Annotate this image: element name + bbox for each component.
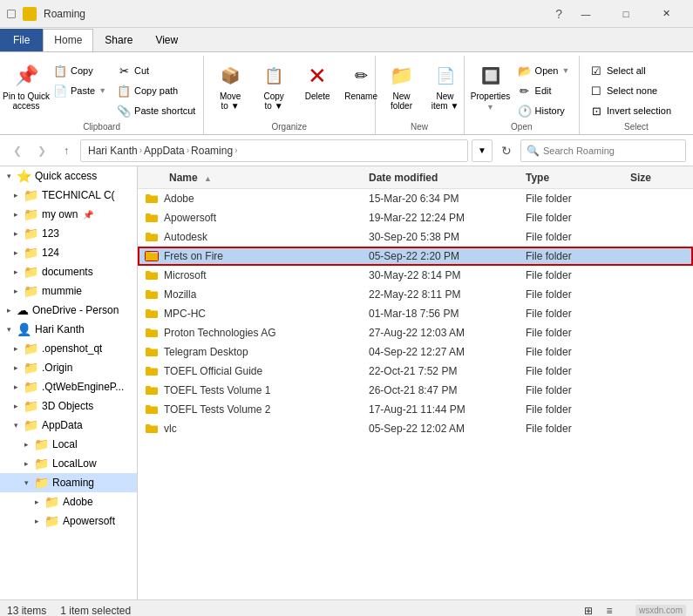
table-row[interactable]: TOEFL Tests Volume 126-Oct-21 8:47 PMFil…	[138, 381, 693, 400]
table-row[interactable]: vlc05-Sep-22 12:02 AMFile folder	[138, 419, 693, 438]
file-type-5: File folder	[519, 288, 623, 301]
tab-file[interactable]: File	[0, 29, 43, 51]
col-name-header[interactable]: Name ▲	[138, 172, 362, 184]
table-row[interactable]: Frets on Fire05-Sep-22 2:20 PMFile folde…	[138, 247, 693, 266]
sidebar-item-technical[interactable]: ▸📁TECHNICAL C(	[0, 186, 137, 205]
file-type-1: File folder	[519, 212, 623, 224]
file-name-text-5: Mozilla	[164, 288, 196, 301]
up-button[interactable]: ↑	[56, 140, 77, 161]
table-row[interactable]: Telegram Desktop04-Sep-22 12:27 AMFile f…	[138, 342, 693, 362]
copy-button[interactable]: 📋 Copy	[49, 61, 111, 80]
sidebar-item-124[interactable]: ▸📁124	[0, 243, 137, 262]
table-row[interactable]: Microsoft30-May-22 8:14 PMFile folder	[138, 266, 693, 285]
back-button[interactable]: ❮	[7, 140, 28, 161]
title-bar: Roaming ? — □ ✕	[0, 0, 693, 28]
sidebar-item-openshotqt[interactable]: ▸📁.openshot_qt	[0, 339, 137, 358]
large-icons-view-button[interactable]: ⊞	[580, 602, 597, 617]
paste-shortcut-button[interactable]: 📎 Paste shortcut	[112, 101, 200, 120]
minimize-button[interactable]: —	[566, 0, 606, 28]
sidebar-label-onedrive: OneDrive - Person	[32, 304, 119, 316]
sidebar-item-onedrive[interactable]: ▸☁OneDrive - Person	[0, 301, 137, 320]
sidebar-item-locallow[interactable]: ▸📁LocalLow	[0, 454, 137, 473]
paste-shortcut-icon: 📎	[117, 104, 131, 118]
sidebar-item-origin[interactable]: ▸📁.Origin	[0, 358, 137, 377]
open-button[interactable]: 📂 Open ▼	[513, 61, 574, 80]
cut-button[interactable]: ✂ Cut	[112, 61, 200, 80]
file-name-text-10: TOEFL Tests Volume 1	[164, 384, 271, 396]
copy-to-button[interactable]: 📋 Copyto ▼	[253, 58, 295, 115]
refresh-button[interactable]: ↻	[496, 140, 517, 161]
sidebar-item-quick-access[interactable]: ▾⭐Quick access	[0, 166, 137, 186]
maximize-button[interactable]: □	[606, 0, 646, 28]
table-row[interactable]: MPC-HC01-Mar-18 7:56 PMFile folder	[138, 304, 693, 323]
table-row[interactable]: Mozilla22-May-22 8:11 PMFile folder	[138, 285, 693, 304]
tab-view[interactable]: View	[144, 29, 189, 51]
folder-icon-0	[145, 192, 159, 206]
sidebar-item-123[interactable]: ▸📁123	[0, 224, 137, 243]
sidebar-item-local[interactable]: ▸📁Local	[0, 435, 137, 454]
pin-to-quick-access-button[interactable]: 📌 Pin to Quickaccess	[5, 58, 47, 115]
path-part-roaming[interactable]: Roaming	[191, 145, 233, 157]
expand-arrow-technical: ▸	[14, 191, 18, 200]
file-name-cell-0: Adobe	[138, 192, 362, 206]
select-none-button[interactable]: ☐ Select none	[585, 81, 688, 100]
copy-path-button[interactable]: 📋 Copy path	[112, 81, 200, 100]
tab-share[interactable]: Share	[93, 29, 144, 51]
help-icon[interactable]: ?	[552, 7, 566, 21]
search-input[interactable]	[543, 146, 680, 156]
delete-button[interactable]: ✕ Delete	[296, 58, 338, 105]
table-row[interactable]: TOEFL Tests Volume 217-Aug-21 11:44 PMFi…	[138, 400, 693, 419]
table-row[interactable]: Adobe15-Mar-20 6:34 PMFile folder	[138, 189, 693, 208]
move-to-icon: 📦	[216, 62, 244, 90]
sidebar-icon-appdata: 📁	[24, 418, 38, 432]
file-type-2: File folder	[519, 231, 623, 243]
sidebar-item-myown[interactable]: ▸📁my own📌	[0, 205, 137, 224]
clipboard-group: 📌 Pin to Quickaccess 📋 Copy 📄 Paste ▼ ✂	[0, 56, 204, 134]
folder-icon-6	[145, 307, 159, 321]
history-button[interactable]: 🕐 History	[513, 101, 574, 120]
sidebar-item-qtwebengine[interactable]: ▸📁.QtWebEngineP...	[0, 377, 137, 396]
move-to-button[interactable]: 📦 Moveto ▼	[209, 58, 251, 115]
table-row[interactable]: TOEFL Official Guide22-Oct-21 7:52 PMFil…	[138, 362, 693, 381]
address-dropdown-button[interactable]: ▼	[472, 139, 493, 162]
delete-label: Delete	[305, 91, 330, 101]
file-type-3: File folder	[519, 250, 623, 262]
sidebar-label-openshotqt: .openshot_qt	[42, 342, 102, 355]
search-box[interactable]: 🔍	[520, 139, 686, 162]
sidebar-label-local: Local	[52, 438, 78, 450]
new-folder-label: Newfolder	[391, 91, 412, 111]
new-item-button[interactable]: 📄 Newitem ▼	[425, 58, 466, 115]
sidebar-item-documents[interactable]: ▸📁documents	[0, 262, 137, 281]
table-row[interactable]: Proton Technologies AG27-Aug-22 12:03 AM…	[138, 323, 693, 342]
invert-selection-button[interactable]: ⊡ Invert selection	[585, 101, 688, 120]
sidebar-item-mummie[interactable]: ▸📁mummie	[0, 281, 137, 301]
path-part-appdata[interactable]: AppData	[144, 145, 185, 157]
address-path[interactable]: Hari Kanth › AppData › Roaming ›	[80, 139, 468, 162]
file-type-11: File folder	[519, 403, 623, 416]
col-type-header[interactable]: Type	[519, 172, 623, 184]
close-button[interactable]: ✕	[646, 0, 686, 28]
sidebar-item-appdata[interactable]: ▾📁AppData	[0, 416, 137, 435]
tab-home[interactable]: Home	[43, 29, 93, 51]
file-name-text-6: MPC-HC	[164, 308, 206, 320]
sidebar-item-roaming[interactable]: ▾📁Roaming	[0, 473, 137, 492]
col-date-header[interactable]: Date modified	[362, 172, 519, 184]
table-row[interactable]: Autodesk30-Sep-20 5:38 PMFile folder	[138, 227, 693, 247]
path-part-harikanth[interactable]: Hari Kanth	[88, 145, 138, 157]
table-row[interactable]: Apowersoft19-Mar-22 12:24 PMFile folder	[138, 208, 693, 227]
forward-button[interactable]: ❯	[31, 140, 52, 161]
select-all-button[interactable]: ☑ Select all	[585, 61, 688, 80]
properties-button[interactable]: 🔲 Properties ▼	[470, 58, 512, 116]
sidebar-item-harikanth[interactable]: ▾👤Hari Kanth	[0, 320, 137, 339]
details-view-button[interactable]: ≡	[601, 602, 618, 617]
sidebar-item-apowersoft-sub[interactable]: ▸📁Apowersoft	[0, 511, 137, 531]
new-folder-button[interactable]: 📁 Newfolder	[381, 58, 423, 115]
edit-button[interactable]: ✏ Edit	[513, 81, 574, 100]
sidebar-item-adobe-sub[interactable]: ▸📁Adobe	[0, 492, 137, 511]
main-container: ▾⭐Quick access▸📁TECHNICAL C(▸📁my own📌▸📁1…	[0, 166, 693, 599]
col-size-header[interactable]: Size	[623, 172, 693, 184]
paste-button[interactable]: 📄 Paste ▼	[49, 81, 111, 100]
sidebar-icon-roaming: 📁	[34, 476, 49, 490]
sidebar-icon-documents: 📁	[24, 265, 38, 279]
sidebar-item-3dobjects[interactable]: ▸📁3D Objects	[0, 396, 137, 416]
